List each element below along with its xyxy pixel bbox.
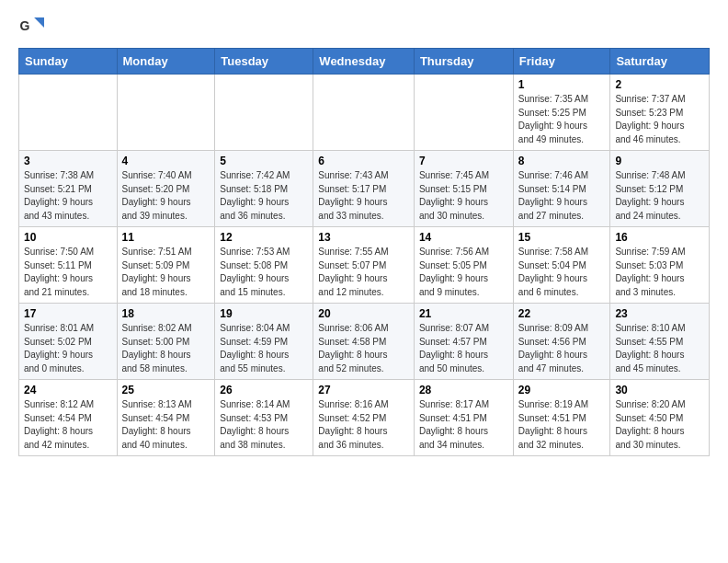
day-number: 8 bbox=[518, 155, 606, 167]
day-cell: 25Sunrise: 8:13 AM Sunset: 4:54 PM Dayli… bbox=[117, 380, 215, 456]
day-info: Sunrise: 7:58 AM Sunset: 5:04 PM Dayligh… bbox=[518, 246, 606, 299]
day-cell bbox=[414, 75, 513, 151]
day-cell bbox=[117, 75, 215, 151]
day-info: Sunrise: 7:37 AM Sunset: 5:23 PM Dayligh… bbox=[615, 93, 704, 146]
generalblue-logo-icon: G bbox=[18, 15, 44, 40]
day-info: Sunrise: 8:02 AM Sunset: 5:00 PM Dayligh… bbox=[122, 322, 210, 375]
day-cell: 2Sunrise: 7:37 AM Sunset: 5:23 PM Daylig… bbox=[610, 75, 710, 151]
weekday-header-saturday: Saturday bbox=[610, 49, 710, 75]
day-number: 16 bbox=[615, 231, 704, 244]
day-cell: 12Sunrise: 7:53 AM Sunset: 5:08 PM Dayli… bbox=[215, 227, 313, 304]
calendar-table: SundayMondayTuesdayWednesdayThursdayFrid… bbox=[18, 48, 710, 456]
day-number: 13 bbox=[318, 231, 409, 244]
day-number: 29 bbox=[518, 384, 606, 396]
day-cell: 27Sunrise: 8:16 AM Sunset: 4:52 PM Dayli… bbox=[313, 380, 415, 456]
day-cell: 4Sunrise: 7:40 AM Sunset: 5:20 PM Daylig… bbox=[117, 151, 215, 227]
weekday-header-tuesday: Tuesday bbox=[215, 49, 313, 75]
day-number: 25 bbox=[122, 384, 210, 396]
header: G bbox=[18, 15, 710, 40]
svg-text:G: G bbox=[20, 18, 30, 33]
day-number: 15 bbox=[518, 231, 606, 244]
day-cell: 9Sunrise: 7:48 AM Sunset: 5:12 PM Daylig… bbox=[610, 151, 710, 227]
day-info: Sunrise: 7:56 AM Sunset: 5:05 PM Dayligh… bbox=[419, 246, 508, 299]
day-cell: 29Sunrise: 8:19 AM Sunset: 4:51 PM Dayli… bbox=[513, 380, 610, 456]
weekday-header-sunday: Sunday bbox=[19, 49, 118, 75]
day-number: 20 bbox=[318, 307, 409, 320]
day-info: Sunrise: 8:04 AM Sunset: 4:59 PM Dayligh… bbox=[220, 322, 308, 375]
day-number: 3 bbox=[24, 155, 112, 167]
day-cell: 26Sunrise: 8:14 AM Sunset: 4:53 PM Dayli… bbox=[215, 380, 313, 456]
day-info: Sunrise: 8:06 AM Sunset: 4:58 PM Dayligh… bbox=[318, 322, 409, 375]
day-info: Sunrise: 7:35 AM Sunset: 5:25 PM Dayligh… bbox=[518, 93, 606, 146]
page: G SundayMondayTuesdayWednesdayThursdayFr… bbox=[0, 0, 728, 475]
weekday-header-thursday: Thursday bbox=[414, 49, 513, 75]
day-cell: 22Sunrise: 8:09 AM Sunset: 4:56 PM Dayli… bbox=[513, 304, 610, 380]
day-info: Sunrise: 8:12 AM Sunset: 4:54 PM Dayligh… bbox=[24, 398, 112, 452]
day-number: 23 bbox=[615, 307, 704, 320]
day-info: Sunrise: 8:10 AM Sunset: 4:55 PM Dayligh… bbox=[615, 322, 704, 375]
day-info: Sunrise: 7:51 AM Sunset: 5:09 PM Dayligh… bbox=[122, 246, 210, 299]
logo: G bbox=[18, 15, 48, 40]
day-cell: 7Sunrise: 7:45 AM Sunset: 5:15 PM Daylig… bbox=[414, 151, 513, 227]
day-info: Sunrise: 7:42 AM Sunset: 5:18 PM Dayligh… bbox=[220, 169, 308, 223]
day-number: 30 bbox=[615, 384, 704, 396]
week-row-1: 1Sunrise: 7:35 AM Sunset: 5:25 PM Daylig… bbox=[19, 75, 710, 151]
day-number: 18 bbox=[122, 307, 210, 320]
day-cell: 14Sunrise: 7:56 AM Sunset: 5:05 PM Dayli… bbox=[414, 227, 513, 304]
day-number: 5 bbox=[220, 155, 308, 167]
day-cell bbox=[215, 75, 313, 151]
week-row-5: 24Sunrise: 8:12 AM Sunset: 4:54 PM Dayli… bbox=[19, 380, 710, 456]
day-number: 19 bbox=[220, 307, 308, 320]
day-cell: 19Sunrise: 8:04 AM Sunset: 4:59 PM Dayli… bbox=[215, 304, 313, 380]
day-info: Sunrise: 7:46 AM Sunset: 5:14 PM Dayligh… bbox=[518, 169, 606, 223]
day-cell: 24Sunrise: 8:12 AM Sunset: 4:54 PM Dayli… bbox=[19, 380, 118, 456]
day-cell: 1Sunrise: 7:35 AM Sunset: 5:25 PM Daylig… bbox=[513, 75, 610, 151]
week-row-3: 10Sunrise: 7:50 AM Sunset: 5:11 PM Dayli… bbox=[19, 227, 710, 304]
day-info: Sunrise: 7:53 AM Sunset: 5:08 PM Dayligh… bbox=[220, 246, 308, 299]
weekday-header-friday: Friday bbox=[513, 49, 610, 75]
day-info: Sunrise: 8:14 AM Sunset: 4:53 PM Dayligh… bbox=[220, 398, 308, 452]
day-cell: 15Sunrise: 7:58 AM Sunset: 5:04 PM Dayli… bbox=[513, 227, 610, 304]
day-number: 22 bbox=[518, 307, 606, 320]
day-cell: 8Sunrise: 7:46 AM Sunset: 5:14 PM Daylig… bbox=[513, 151, 610, 227]
day-cell bbox=[313, 75, 415, 151]
day-number: 26 bbox=[220, 384, 308, 396]
day-cell: 5Sunrise: 7:42 AM Sunset: 5:18 PM Daylig… bbox=[215, 151, 313, 227]
day-cell: 16Sunrise: 7:59 AM Sunset: 5:03 PM Dayli… bbox=[610, 227, 710, 304]
day-number: 9 bbox=[615, 155, 704, 167]
day-number: 1 bbox=[518, 78, 606, 91]
day-number: 4 bbox=[122, 155, 210, 167]
day-info: Sunrise: 8:19 AM Sunset: 4:51 PM Dayligh… bbox=[518, 398, 606, 452]
day-number: 28 bbox=[419, 384, 508, 396]
day-info: Sunrise: 7:38 AM Sunset: 5:21 PM Dayligh… bbox=[24, 169, 112, 223]
day-info: Sunrise: 7:43 AM Sunset: 5:17 PM Dayligh… bbox=[318, 169, 409, 223]
day-number: 21 bbox=[419, 307, 508, 320]
day-cell: 18Sunrise: 8:02 AM Sunset: 5:00 PM Dayli… bbox=[117, 304, 215, 380]
day-info: Sunrise: 7:55 AM Sunset: 5:07 PM Dayligh… bbox=[318, 246, 409, 299]
day-number: 12 bbox=[220, 231, 308, 244]
day-cell: 13Sunrise: 7:55 AM Sunset: 5:07 PM Dayli… bbox=[313, 227, 415, 304]
day-number: 7 bbox=[419, 155, 508, 167]
week-row-4: 17Sunrise: 8:01 AM Sunset: 5:02 PM Dayli… bbox=[19, 304, 710, 380]
weekday-header-monday: Monday bbox=[117, 49, 215, 75]
week-row-2: 3Sunrise: 7:38 AM Sunset: 5:21 PM Daylig… bbox=[19, 151, 710, 227]
day-cell bbox=[19, 75, 118, 151]
weekday-header-row: SundayMondayTuesdayWednesdayThursdayFrid… bbox=[19, 49, 710, 75]
day-cell: 10Sunrise: 7:50 AM Sunset: 5:11 PM Dayli… bbox=[19, 227, 118, 304]
day-cell: 3Sunrise: 7:38 AM Sunset: 5:21 PM Daylig… bbox=[19, 151, 118, 227]
day-number: 14 bbox=[419, 231, 508, 244]
day-number: 10 bbox=[24, 231, 112, 244]
day-info: Sunrise: 8:17 AM Sunset: 4:51 PM Dayligh… bbox=[419, 398, 508, 452]
day-info: Sunrise: 8:20 AM Sunset: 4:50 PM Dayligh… bbox=[615, 398, 704, 452]
day-info: Sunrise: 8:07 AM Sunset: 4:57 PM Dayligh… bbox=[419, 322, 508, 375]
day-info: Sunrise: 8:09 AM Sunset: 4:56 PM Dayligh… bbox=[518, 322, 606, 375]
weekday-header-wednesday: Wednesday bbox=[313, 49, 415, 75]
day-cell: 11Sunrise: 7:51 AM Sunset: 5:09 PM Dayli… bbox=[117, 227, 215, 304]
day-info: Sunrise: 7:45 AM Sunset: 5:15 PM Dayligh… bbox=[419, 169, 508, 223]
day-cell: 23Sunrise: 8:10 AM Sunset: 4:55 PM Dayli… bbox=[610, 304, 710, 380]
day-cell: 28Sunrise: 8:17 AM Sunset: 4:51 PM Dayli… bbox=[414, 380, 513, 456]
day-number: 17 bbox=[24, 307, 112, 320]
day-cell: 20Sunrise: 8:06 AM Sunset: 4:58 PM Dayli… bbox=[313, 304, 415, 380]
day-cell: 17Sunrise: 8:01 AM Sunset: 5:02 PM Dayli… bbox=[19, 304, 118, 380]
day-cell: 6Sunrise: 7:43 AM Sunset: 5:17 PM Daylig… bbox=[313, 151, 415, 227]
